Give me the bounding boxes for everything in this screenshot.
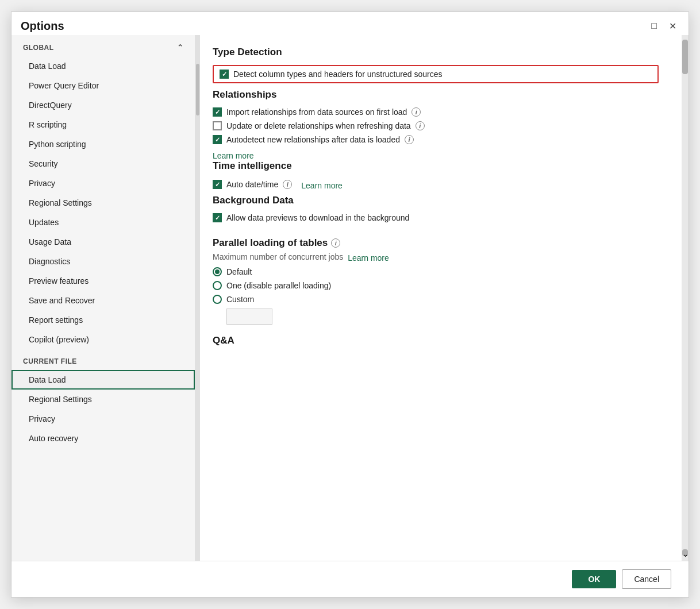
auto-datetime-label: Auto date/time <box>226 180 278 189</box>
sidebar-item-regional-settings-current[interactable]: Regional Settings <box>11 390 195 409</box>
radio-dot-default <box>215 269 220 274</box>
section-time-intelligence: Time intelligence ✓ Auto date/time i Lea… <box>213 160 659 190</box>
checkbox-row-autodetect-relationships: ✓ Autodetect new relationships after dat… <box>213 135 659 144</box>
current-file-label: CURRENT FILE <box>23 357 77 365</box>
section-title-qa: Q&A <box>213 335 659 346</box>
global-section-header: GLOBAL ⌃ <box>11 35 195 56</box>
maximize-button[interactable]: □ <box>647 19 661 33</box>
options-dialog: Options □ ✕ GLOBAL ⌃ Data Load <box>11 11 689 598</box>
sidebar-item-privacy-current[interactable]: Privacy <box>11 409 195 429</box>
radio-default[interactable] <box>213 267 222 276</box>
info-icon-parallel-loading[interactable]: i <box>331 238 340 248</box>
close-button[interactable]: ✕ <box>666 19 679 33</box>
checkbox-row-auto-datetime: ✓ Auto date/time i Learn more <box>213 179 659 190</box>
section-title-relationships: Relationships <box>213 89 659 101</box>
checkbox-row-detect-column-types: ✓ Detect column types and headers for un… <box>213 65 659 83</box>
checkbox-allow-data-previews[interactable]: ✓ <box>213 213 222 222</box>
main-scrollbar-thumb-bottom[interactable]: ⌄ <box>682 549 688 556</box>
section-parallel-loading: Parallel loading of tables i Maximum num… <box>213 227 659 325</box>
sidebar-item-usage-data[interactable]: Usage Data <box>11 232 195 252</box>
checkbox-auto-datetime[interactable]: ✓ <box>213 180 222 189</box>
checkbox-detect-column-types[interactable]: ✓ <box>220 70 229 79</box>
dialog-body: GLOBAL ⌃ Data Load Power Query Editor Di… <box>11 35 689 561</box>
section-title-background-data: Background Data <box>213 195 659 206</box>
autodetect-relationships-label: Autodetect new relationships after data … <box>226 135 400 144</box>
title-bar-controls: □ ✕ <box>647 19 679 33</box>
sidebar-item-security[interactable]: Security <box>11 154 195 174</box>
radio-row-custom: Custom <box>213 295 659 304</box>
sidebar-item-python-scripting[interactable]: Python scripting <box>11 134 195 154</box>
parallel-subtext: Maximum number of concurrent jobs Learn … <box>213 251 659 263</box>
sidebar-item-preview-features[interactable]: Preview features <box>11 271 195 291</box>
sidebar-section-current-file: CURRENT FILE Data Load Regional Settings… <box>11 349 195 448</box>
title-bar: Options □ ✕ <box>11 12 689 35</box>
section-background-data: Background Data ✓ Allow data previews to… <box>213 195 659 222</box>
main-content: Type Detection ✓ Detect column types and… <box>195 35 682 561</box>
sidebar-item-save-and-recover[interactable]: Save and Recover <box>11 291 195 310</box>
main-scrollbar-thumb-top[interactable] <box>682 40 688 74</box>
radio-custom-label: Custom <box>226 295 254 304</box>
sidebar-item-r-scripting[interactable]: R scripting <box>11 115 195 134</box>
info-icon-autodetect-relationships[interactable]: i <box>405 135 414 144</box>
main-scrollbar-track: ⌄ <box>682 35 689 561</box>
learn-more-parallel-loading[interactable]: Learn more <box>348 253 389 263</box>
checkmark-icon: ✓ <box>222 71 227 78</box>
section-title-parallel-loading: Parallel loading of tables <box>213 237 328 249</box>
section-relationships: Relationships ✓ Import relationships fro… <box>213 89 659 160</box>
section-title-type-detection: Type Detection <box>213 47 659 58</box>
checkbox-update-delete-relationships[interactable] <box>213 121 222 130</box>
sidebar-section-global: GLOBAL ⌃ Data Load Power Query Editor Di… <box>11 35 195 349</box>
import-relationships-label: Import relationships from data sources o… <box>226 107 407 117</box>
radio-default-label: Default <box>226 267 252 276</box>
dialog-title: Options <box>21 20 64 33</box>
section-type-detection: Type Detection ✓ Detect column types and… <box>213 47 659 83</box>
section-qa: Q&A <box>213 335 659 346</box>
checkmark-icon: ✓ <box>215 109 220 115</box>
checkbox-autodetect-relationships[interactable]: ✓ <box>213 135 222 144</box>
section-title-time-intelligence: Time intelligence <box>213 160 659 172</box>
checkbox-import-relationships[interactable]: ✓ <box>213 107 222 117</box>
parallel-header: Parallel loading of tables i <box>213 227 659 249</box>
sidebar-item-directquery[interactable]: DirectQuery <box>11 95 195 115</box>
parallel-max-jobs-label: Maximum number of concurrent jobs <box>213 252 343 261</box>
current-file-section-header: CURRENT FILE <box>11 349 195 370</box>
checkmark-icon: ✓ <box>215 137 220 143</box>
allow-data-previews-label: Allow data previews to download in the b… <box>226 213 409 222</box>
checkbox-row-update-delete-relationships: Update or delete relationships when refr… <box>213 121 659 130</box>
custom-value-input[interactable] <box>226 309 272 325</box>
sidebar-item-updates[interactable]: Updates <box>11 213 195 232</box>
detect-column-types-label: Detect column types and headers for unst… <box>233 70 442 79</box>
sidebar-item-auto-recovery[interactable]: Auto recovery <box>11 429 195 448</box>
radio-row-default: Default <box>213 267 659 276</box>
sidebar-item-data-load-current[interactable]: Data Load <box>11 370 195 390</box>
checkbox-row-allow-data-previews: ✓ Allow data previews to download in the… <box>213 213 659 222</box>
global-chevron-icon[interactable]: ⌃ <box>177 43 183 52</box>
sidebar-item-data-load-global[interactable]: Data Load <box>11 56 195 76</box>
radio-one[interactable] <box>213 281 222 290</box>
cancel-button[interactable]: Cancel <box>622 569 671 589</box>
radio-one-label: One (disable parallel loading) <box>226 281 331 290</box>
sidebar-item-privacy[interactable]: Privacy <box>11 174 195 193</box>
sidebar-item-copilot-preview[interactable]: Copilot (preview) <box>11 330 195 349</box>
update-delete-relationships-label: Update or delete relationships when refr… <box>226 121 411 130</box>
ok-button[interactable]: OK <box>572 570 616 588</box>
sidebar-item-power-query-editor[interactable]: Power Query Editor <box>11 76 195 95</box>
checkbox-row-import-relationships: ✓ Import relationships from data sources… <box>213 107 659 117</box>
checkmark-icon: ✓ <box>215 182 220 188</box>
learn-more-relationships[interactable]: Learn more <box>213 151 254 160</box>
sidebar-item-report-settings[interactable]: Report settings <box>11 310 195 330</box>
sidebar: GLOBAL ⌃ Data Load Power Query Editor Di… <box>11 35 195 561</box>
sidebar-item-diagnostics[interactable]: Diagnostics <box>11 252 195 271</box>
learn-more-time-intelligence[interactable]: Learn more <box>301 181 343 190</box>
sidebar-wrapper: GLOBAL ⌃ Data Load Power Query Editor Di… <box>11 35 195 561</box>
dialog-footer: OK Cancel <box>11 561 689 597</box>
checkmark-icon: ✓ <box>215 215 220 221</box>
info-icon-auto-datetime[interactable]: i <box>283 180 292 189</box>
sidebar-item-regional-settings-global[interactable]: Regional Settings <box>11 193 195 213</box>
radio-row-one: One (disable parallel loading) <box>213 281 659 290</box>
info-icon-update-delete-relationships[interactable]: i <box>416 121 425 130</box>
global-label: GLOBAL <box>23 44 54 52</box>
info-icon-import-relationships[interactable]: i <box>411 107 421 117</box>
radio-custom[interactable] <box>213 295 222 304</box>
